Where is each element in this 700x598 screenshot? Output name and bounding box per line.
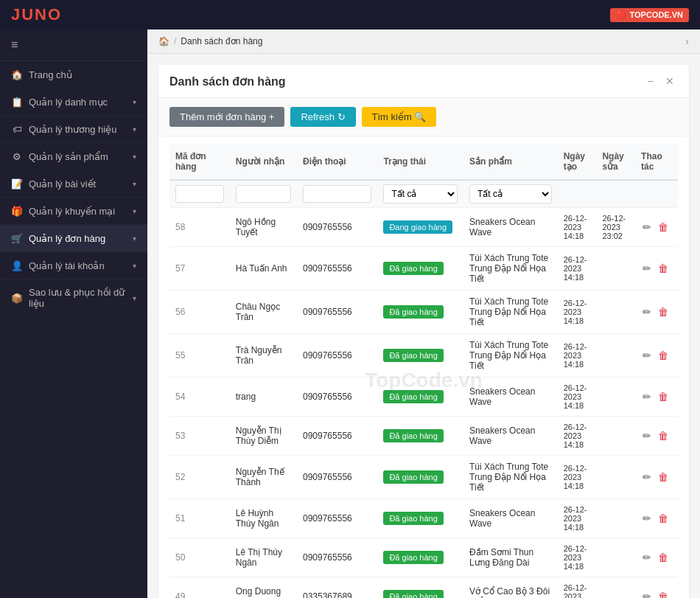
chevron-down-icon-3: ▾ (133, 153, 136, 161)
filter-status-select[interactable]: Tất cả Đang giao hàng Đã giao hàng Chờ x… (383, 184, 458, 204)
sidebar-label-san-pham: Quản lý sản phẩm (29, 151, 108, 162)
close-btn[interactable]: ✕ (662, 74, 678, 88)
cell-id: 55 (169, 334, 230, 378)
table-row: 57 Hà Tuấn Anh 0909765556 Đã giao hàng T… (169, 247, 678, 291)
edit-button[interactable]: ✏ (641, 261, 653, 276)
chevron-down-icon-7: ▾ (133, 262, 136, 270)
cell-created: 26-12-2023 14:18 (558, 499, 597, 538)
filter-id-input[interactable] (175, 185, 224, 203)
cell-id: 54 (169, 378, 230, 417)
sidebar-item-tai-khoan[interactable]: 👤 Quản lý tài khoản ▾ (0, 252, 147, 279)
delete-button[interactable]: 🗑 (657, 348, 670, 363)
chevron-down-icon-4: ▾ (133, 180, 136, 188)
sidebar-item-san-pham[interactable]: ⚙ Quản lý sản phẩm ▾ (0, 143, 147, 170)
cell-id: 56 (169, 291, 230, 334)
search-button[interactable]: Tìm kiếm 🔍 (362, 107, 437, 127)
delete-button[interactable]: 🗑 (657, 305, 670, 319)
cell-actions: ✏ 🗑 (635, 417, 678, 456)
sidebar-label-trang-chu: Trang chủ (29, 69, 72, 80)
cell-id: 58 (169, 208, 230, 247)
cell-recipient: Nguyễn Thị Thùy Diễm (230, 417, 297, 456)
filter-product-select[interactable]: Tất cả Sneakers Ocean Wave Túi Xách Trun… (469, 184, 552, 204)
delete-button[interactable]: 🗑 (657, 589, 670, 598)
content-area: 🏠 / Danh sách đơn hàng › Danh sách đơn h… (147, 29, 700, 598)
delete-button[interactable]: 🗑 (657, 470, 670, 484)
breadcrumb-current: Danh sách đơn hàng (181, 36, 262, 46)
table-row: 54 trang 0909765556 Đã giao hàng Sneaker… (169, 378, 678, 417)
cell-phone: 0909765556 (297, 291, 377, 334)
edit-button[interactable]: ✏ (641, 389, 653, 404)
delete-button[interactable]: 🗑 (657, 511, 670, 526)
col-header-recipient: Người nhận (230, 144, 297, 180)
delete-button[interactable]: 🗑 (657, 261, 670, 276)
sidebar-label-tai-khoan: Quản lý tài khoản (29, 260, 105, 271)
cell-product: Túi Xách Trung Tote Trung Đập Nổi Họa Ti… (463, 456, 558, 499)
cell-status: Đã giao hàng (377, 291, 463, 334)
sidebar-item-quan-ly-danh-muc[interactable]: 📋 Quản lý danh mục ▾ (0, 88, 147, 116)
edit-button[interactable]: ✏ (641, 348, 653, 363)
edit-button[interactable]: ✏ (641, 511, 653, 526)
delete-button[interactable]: 🗑 (657, 220, 670, 234)
user-icon: 👤 (11, 260, 23, 271)
delete-button[interactable]: 🗑 (657, 428, 670, 443)
edit-button[interactable]: ✏ (641, 470, 653, 484)
cell-phone: 0909765556 (297, 334, 377, 378)
sidebar-item-khuyen-mai[interactable]: 🎁 Quản lý khuyến mại ▾ (0, 198, 147, 225)
cell-created: 26-12-2023 14:18 (558, 417, 597, 456)
cell-modified: 26-12-2023 23:02 (596, 208, 635, 247)
cell-recipient: Hà Tuấn Anh (230, 247, 297, 291)
sidebar-label-sao-luu: Sao lưu & phục hồi dữ liệu (29, 287, 133, 309)
minimize-btn[interactable]: − (644, 74, 657, 88)
edit-button[interactable]: ✏ (641, 589, 653, 598)
sidebar-toggle[interactable]: ≡ (0, 29, 147, 61)
edit-button[interactable]: ✏ (641, 220, 653, 234)
cell-modified (596, 499, 635, 538)
cell-recipient: Ngô Hồng Tuyết (230, 208, 297, 247)
cell-id: 51 (169, 499, 230, 538)
sidebar-item-sao-luu[interactable]: 📦 Sao lưu & phục hồi dữ liệu ▾ (0, 279, 147, 317)
orders-table: Mã đơn hàng Người nhận Điện thoại Trạng … (169, 144, 678, 598)
page-card-header: Danh sách đơn hàng − ✕ (158, 65, 689, 98)
delete-button[interactable]: 🗑 (657, 550, 670, 565)
table-row: 51 Lê Huỳnh Thúy Ngân 0909765556 Đã giao… (169, 499, 678, 538)
cell-phone: 0909765556 (297, 456, 377, 499)
edit-button[interactable]: ✏ (641, 550, 653, 565)
col-header-modified: Ngày sửa (596, 144, 635, 180)
filter-phone-input[interactable] (303, 185, 371, 203)
table-row: 50 Lê Thị Thúy Ngân 0909765556 Đã giao h… (169, 538, 678, 577)
cell-recipient: Lê Thị Thúy Ngân (230, 538, 297, 577)
cell-phone: 0909765556 (297, 417, 377, 456)
table-row: 56 Châu Ngọc Trân 0909765556 Đã giao hàn… (169, 291, 678, 334)
sidebar-item-trang-chu[interactable]: 🏠 Trang chủ (0, 61, 147, 88)
cell-recipient: Nguyễn Thế Thành (230, 456, 297, 499)
cell-actions: ✏ 🗑 (635, 208, 678, 247)
cell-product: Đầm Sơmi Thun Lưng Đăng Dài (463, 538, 558, 577)
top-header: JUNO 🔴 TOPCODE.VN (0, 0, 700, 29)
cell-product: Túi Xách Trung Tote Trung Đập Nổi Họa Ti… (463, 291, 558, 334)
status-badge: Đã giao hàng (383, 390, 443, 403)
status-badge: Đã giao hàng (383, 305, 443, 319)
cell-id: 50 (169, 538, 230, 577)
breadcrumb-collapse-btn[interactable]: › (685, 35, 689, 47)
cell-product: Sneakers Ocean Wave (463, 378, 558, 417)
cell-recipient: Trà Nguyễn Trân (230, 334, 297, 378)
cell-created: 26-12-2023 14:18 (558, 291, 597, 334)
col-header-actions: Thao tác (635, 144, 678, 180)
edit-button[interactable]: ✏ (641, 305, 653, 319)
sidebar-item-bai-viet[interactable]: 📝 Quản lý bài viết ▾ (0, 170, 147, 198)
cell-product: Vớ Cổ Cao Bộ 3 Đôi Kiểu Trơn (463, 577, 558, 599)
sidebar-item-don-hang[interactable]: 🛒 Quản lý đơn hàng ▾ (0, 225, 147, 252)
cell-product: Túi Xách Trung Tote Trung Đập Nổi Họa Ti… (463, 334, 558, 378)
cell-created: 26-12-2023 14:18 (558, 247, 597, 291)
filter-recipient-input[interactable] (236, 185, 291, 203)
refresh-button[interactable]: Refresh ↻ (290, 107, 355, 127)
cell-actions: ✏ 🗑 (635, 577, 678, 599)
filter-row: Tất cả Đang giao hàng Đã giao hàng Chờ x… (169, 180, 678, 208)
cell-status: Đã giao hàng (377, 499, 463, 538)
edit-button[interactable]: ✏ (641, 428, 653, 443)
chevron-down-icon: ▾ (133, 98, 136, 106)
add-order-button[interactable]: Thêm mới đơn hàng + (169, 107, 284, 127)
delete-button[interactable]: 🗑 (657, 389, 670, 404)
cell-status: Đã giao hàng (377, 417, 463, 456)
sidebar-item-thuong-hieu[interactable]: 🏷 Quản lý thương hiệu ▾ (0, 116, 147, 143)
